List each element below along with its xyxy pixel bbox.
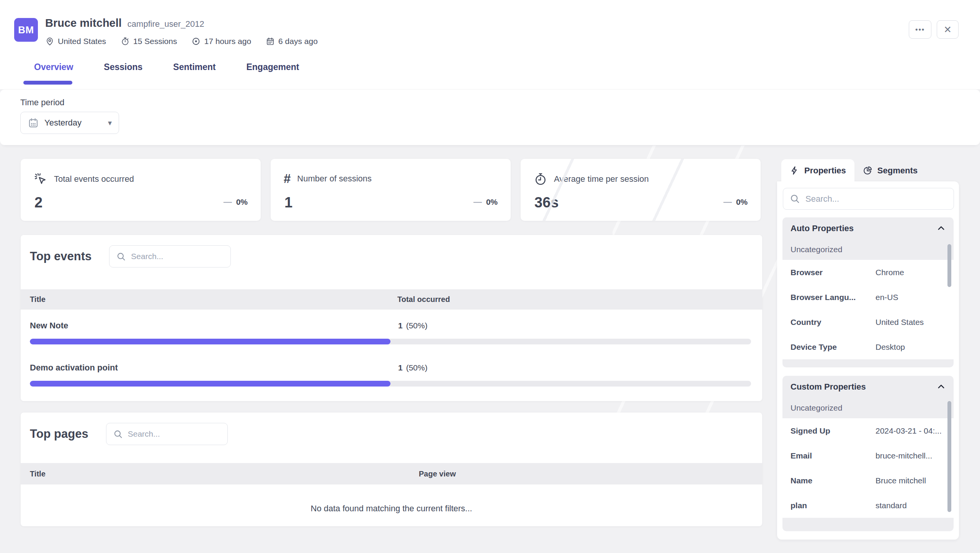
more-options-button[interactable]: ••• (909, 20, 931, 39)
event-bar-track (30, 339, 751, 344)
column-title: Title (21, 470, 46, 478)
property-rows: Browser Chrome Browser Langu... en-US Co… (782, 260, 954, 359)
top-events-search (109, 245, 231, 268)
name-row: Bruce mitchell campfire_user_2012 (45, 17, 204, 29)
property-value: en-US (875, 293, 898, 302)
property-row: Device Type Desktop (782, 334, 954, 359)
property-row: Name Bruce mitchell (782, 468, 954, 493)
meta-country-label: United States (58, 37, 106, 46)
property-label: plan (791, 501, 875, 510)
property-label: Signed Up (791, 426, 875, 436)
event-percent: (50%) (406, 321, 428, 330)
stat-label: Average time per session (554, 174, 649, 184)
profile-header: BM Bruce mitchell campfire_user_2012 Uni… (0, 0, 980, 89)
property-value: bruce-mitchell... (875, 451, 932, 460)
time-period-select[interactable]: Yesterday ▾ (20, 112, 119, 134)
stat-change: — 0% (224, 197, 248, 207)
property-rows: Signed Up 2024-03-21 - 04:... Email bruc… (782, 418, 954, 518)
table-row: New Note 1 (50%) (30, 321, 751, 344)
close-icon: ✕ (944, 24, 952, 35)
avatar: BM (14, 18, 38, 42)
stat-change-percent: 0% (236, 197, 248, 207)
event-value: 1 (50%) (398, 321, 428, 330)
tab-sentiment[interactable]: Sentiment (172, 62, 216, 89)
custom-properties-section: Custom Properties Uncategorized Signed U… (782, 376, 954, 531)
bolt-icon (790, 166, 799, 175)
no-change-dash-icon: — (224, 197, 232, 207)
top-pages-head: Top pages (21, 413, 762, 445)
tab-engagement[interactable]: Engagement (245, 62, 300, 89)
properties-search (783, 188, 954, 210)
scrollbar-thumb[interactable] (947, 244, 951, 287)
time-period-label: Time period (20, 98, 64, 108)
event-bar-fill (30, 381, 390, 387)
stat-value: 2 (34, 194, 42, 211)
stat-card-total-events: Total events occurred 2 — 0% (21, 159, 261, 221)
user-profile-page: BM Bruce mitchell campfire_user_2012 Uni… (0, 0, 980, 553)
section-title: Auto Properties (791, 223, 854, 233)
property-row: Browser Langu... en-US (782, 285, 954, 310)
stat-head: Total events occurred (34, 172, 134, 186)
stat-head: Average time per session (534, 172, 649, 186)
meta-first-seen: 6 days ago (266, 37, 318, 46)
calendar-icon (28, 117, 39, 129)
close-button[interactable]: ✕ (937, 20, 959, 39)
auto-properties-section: Auto Properties Uncategorized Browser Ch… (782, 217, 954, 367)
property-row: Country United States (782, 310, 954, 334)
tab-segments[interactable]: Segments (854, 159, 926, 182)
scrollbar-thumb[interactable] (947, 401, 951, 512)
property-value: 2024-03-21 - 04:... (875, 426, 942, 436)
property-row: Browser Chrome (782, 260, 954, 285)
stat-change-percent: 0% (486, 197, 498, 207)
search-icon (116, 252, 126, 261)
event-title: New Note (30, 321, 68, 330)
stat-label: Number of sessions (297, 174, 371, 184)
top-events-head: Top events (21, 235, 762, 268)
property-label: Browser (791, 268, 875, 277)
top-pages-search-input[interactable] (128, 429, 220, 439)
caret-down-icon: ▾ (108, 118, 112, 127)
meta-first-seen-label: 6 days ago (278, 37, 318, 46)
column-page-view: Page view (419, 470, 456, 478)
property-value: Chrome (875, 268, 904, 277)
property-row: Email bruce-mitchell... (782, 443, 954, 468)
property-value: Desktop (875, 343, 905, 352)
auto-properties-header: Auto Properties (782, 217, 954, 239)
last-seen-icon (191, 37, 201, 46)
profile-tabs: Overview Sessions Sentiment Engagement (33, 62, 300, 89)
event-value: 1 (50%) (398, 363, 428, 372)
tab-properties[interactable]: Properties (781, 159, 854, 182)
timer-icon (534, 172, 547, 186)
property-value: standard (875, 501, 907, 510)
no-change-dash-icon: — (474, 197, 482, 207)
user-name: Bruce mitchell (45, 17, 122, 29)
empty-state-message: No data found matching the current filte… (21, 504, 762, 514)
no-change-dash-icon: — (724, 197, 732, 207)
tab-overview[interactable]: Overview (33, 62, 74, 89)
event-row-line: Demo activation point 1 (50%) (30, 363, 751, 376)
property-label: Device Type (791, 343, 875, 352)
ellipsis-icon: ••• (915, 26, 925, 34)
meta-last-seen-label: 17 hours ago (204, 37, 251, 46)
stat-change: — 0% (724, 197, 748, 207)
property-row: Signed Up 2024-03-21 - 04:... (782, 418, 954, 443)
chevron-up-icon[interactable] (937, 382, 946, 391)
location-pin-icon (45, 37, 54, 46)
property-group-label: Uncategorized (782, 239, 954, 260)
property-value: Bruce mitchell (875, 476, 926, 485)
event-bar-fill (30, 339, 390, 344)
cursor-click-icon (34, 172, 47, 186)
filters-panel: Time period Yesterday ▾ (0, 89, 980, 145)
chevron-up-icon[interactable] (937, 224, 946, 233)
top-pages-title: Top pages (30, 427, 88, 441)
stat-value: 1 (284, 194, 292, 211)
stat-change-percent: 0% (736, 197, 748, 207)
stat-card-average-time: Average time per session 36s — 0% (521, 159, 761, 221)
tab-sessions[interactable]: Sessions (103, 62, 143, 89)
properties-search-input[interactable] (805, 194, 947, 204)
column-title: Title (21, 295, 46, 304)
stat-value: 36s (534, 194, 559, 211)
top-events-search-input[interactable] (131, 252, 224, 261)
search-icon (790, 194, 800, 204)
meta-sessions: 15 Sessions (121, 37, 177, 46)
